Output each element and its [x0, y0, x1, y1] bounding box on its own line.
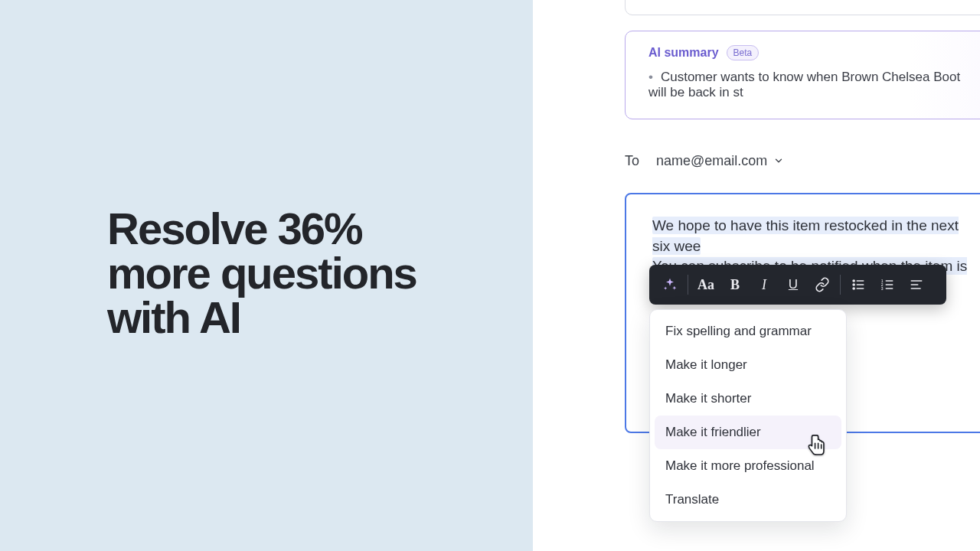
- ai-assist-button[interactable]: [655, 270, 684, 299]
- bold-button[interactable]: B: [720, 270, 750, 299]
- ai-summary-item: Customer wants to know when Brown Chelse…: [648, 70, 979, 100]
- recipient-email: name@email.com: [656, 153, 767, 169]
- menu-item-translate[interactable]: Translate: [655, 483, 841, 517]
- italic-button[interactable]: I: [750, 270, 779, 299]
- numbered-list-button[interactable]: 123: [873, 270, 902, 299]
- recipient-row: To name@email.com: [625, 153, 784, 169]
- menu-item-make-longer[interactable]: Make it longer: [655, 348, 841, 382]
- app-preview: AI summary Beta Customer wants to know w…: [490, 0, 980, 551]
- svg-point-4: [853, 288, 854, 289]
- ai-actions-menu: Fix spelling and grammar Make it longer …: [649, 309, 847, 522]
- hero-panel: Resolve 36% more questions with AI: [0, 0, 490, 551]
- svg-text:3: 3: [881, 286, 884, 291]
- toolbar-separator: [688, 275, 688, 295]
- link-button[interactable]: [808, 270, 837, 299]
- menu-item-make-professional[interactable]: Make it more professional: [655, 449, 841, 483]
- to-label: To: [625, 153, 639, 169]
- ai-summary-card: AI summary Beta Customer wants to know w…: [625, 31, 980, 119]
- chevron-down-icon: [773, 154, 784, 170]
- recipient-dropdown[interactable]: name@email.com: [656, 153, 784, 169]
- svg-point-0: [853, 280, 854, 282]
- menu-item-make-shorter[interactable]: Make it shorter: [655, 382, 841, 416]
- ai-summary-title: AI summary: [648, 46, 719, 60]
- ai-summary-list: Customer wants to know when Brown Chelse…: [648, 70, 979, 100]
- menu-item-make-friendlier[interactable]: Make it friendlier: [655, 416, 841, 449]
- hero-headline: Resolve 36% more questions with AI: [107, 207, 459, 340]
- previous-message-card: [625, 0, 980, 15]
- formatting-toolbar: Aa B I U 123: [649, 265, 946, 305]
- underline-button[interactable]: U: [779, 270, 808, 299]
- text-style-button[interactable]: Aa: [691, 270, 720, 299]
- align-button[interactable]: [902, 270, 931, 299]
- bullet-list-button[interactable]: [844, 270, 873, 299]
- composer-line-1: We hope to have this item restocked in t…: [652, 217, 959, 255]
- beta-badge: Beta: [727, 45, 760, 60]
- toolbar-separator: [840, 275, 841, 295]
- svg-point-2: [853, 284, 854, 285]
- menu-item-fix-grammar[interactable]: Fix spelling and grammar: [655, 315, 841, 348]
